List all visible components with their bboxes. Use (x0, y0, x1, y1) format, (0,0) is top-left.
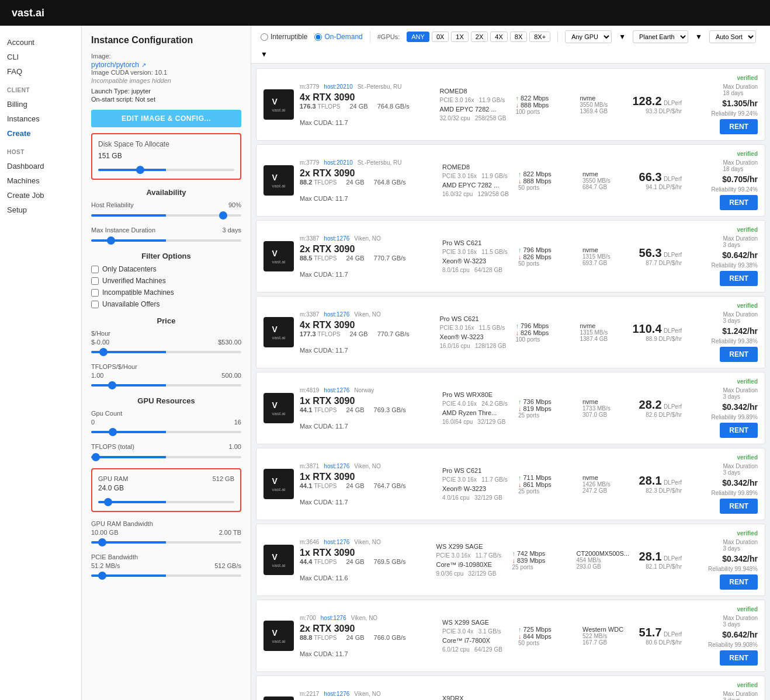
on-demand-radio[interactable] (314, 33, 322, 41)
sidebar-item-cli[interactable]: CLI (7, 50, 74, 64)
gpu-ram-slider[interactable] (98, 501, 234, 503)
dollar-hour-slider[interactable] (91, 351, 241, 353)
filter-only-datacenters: Only Datacenters (91, 265, 241, 273)
edit-image-config-button[interactable]: EDIT IMAGE & CONFIG... (91, 110, 241, 127)
gpu-count-filter-label: #GPUs: (377, 33, 400, 40)
rent-button[interactable]: RENT (720, 119, 758, 134)
instance-price: $0.342/hr (722, 478, 758, 487)
logo-sub: vast.ai (272, 183, 285, 189)
sidebar-item-setup[interactable]: Setup (7, 203, 74, 217)
instance-location: Viken, NO (354, 235, 380, 242)
filter-incompatible-label: Incompatible Machines (102, 288, 174, 297)
sidebar-item-create[interactable]: Create (7, 126, 74, 141)
instance-main: m:700 host:1276 Viken, NO 2x RTX 3090 88… (300, 615, 436, 657)
sort-select[interactable]: Auto Sort (709, 30, 756, 43)
rent-button[interactable]: RENT (720, 195, 758, 210)
max-duration-slider[interactable] (91, 239, 241, 242)
instance-host[interactable]: host:1276 (324, 235, 349, 242)
sidebar-item-account[interactable]: Account (7, 35, 74, 50)
cuda-spec: Max CUDA: 11.7 (300, 271, 348, 278)
rent-button[interactable]: RENT (720, 499, 758, 514)
sidebar-item-dashboard[interactable]: Dashboard (7, 159, 74, 173)
tflops-hour-min: 1.00 (91, 372, 103, 379)
logo: vast.ai (12, 7, 44, 19)
gpu-count-btn-ANY[interactable]: ANY (407, 32, 429, 42)
instance-price: $0.642/hr (722, 250, 758, 260)
interruptible-label[interactable]: Interruptible (261, 33, 307, 41)
image-value[interactable]: pytorch/pytorch ↗ (91, 61, 241, 69)
on-demand-label[interactable]: On-Demand (314, 33, 362, 41)
gpu-count-btn-8X[interactable]: 8X (510, 32, 527, 42)
instance-host[interactable]: host:1276 (324, 463, 349, 469)
max-duration: Max Duration3 days (723, 387, 758, 400)
logo-v: V (272, 97, 285, 106)
filter-incompatible-checkbox[interactable] (91, 289, 99, 297)
sidebar-item-faq[interactable]: FAQ (7, 64, 74, 79)
filter-unavailable-checkbox[interactable] (91, 301, 99, 308)
storage-type: nvme (580, 322, 626, 329)
gpu-count-btn-1X[interactable]: 1X (451, 32, 468, 42)
filter-only-datacenters-checkbox[interactable] (91, 266, 99, 273)
rent-button[interactable]: RENT (720, 650, 758, 666)
tflops-hour-slider[interactable] (91, 384, 241, 386)
instance-network: ↑742 Mbps ↓839 Mbps 25 ports (512, 550, 571, 570)
bandwidth-spec: 764.8 GB/s (374, 179, 406, 186)
gpu-count-btn-0X[interactable]: 0X (432, 32, 449, 42)
rent-button[interactable]: RENT (720, 271, 758, 286)
instance-host[interactable]: host:1276 (324, 691, 349, 697)
location-chevron: ▼ (695, 33, 702, 41)
dlperf-per: 82.1 DLP/$/hr (635, 563, 682, 570)
interruptible-radio[interactable] (261, 33, 268, 41)
disk-space-label: Disk Space To Allocate (98, 140, 234, 148)
gpu-ram-value: 24.0 GB (98, 484, 234, 492)
gpu-count-btn-4X[interactable]: 4X (490, 32, 507, 42)
ports: 50 ports (518, 184, 577, 191)
instance-main: m:3871 host:1276 Viken, NO 1x RTX 3090 4… (300, 463, 436, 506)
instance-right: verified Max Duration3 days $1.242/hr Re… (688, 302, 758, 362)
pcie-bandwidth-slider[interactable] (91, 574, 241, 577)
location-select[interactable]: Planet Earth (633, 30, 688, 43)
sidebar-item-create-job[interactable]: Create Job (7, 188, 74, 203)
rent-button[interactable]: RENT (720, 574, 758, 590)
gpu-count-slider[interactable] (91, 431, 241, 433)
instance-host[interactable]: host:20210 (324, 83, 353, 90)
sidebar-item-instances[interactable]: Instances (7, 112, 74, 126)
tflops-total-label: TFLOPS (total) (91, 443, 134, 450)
net-up: ↑742 Mbps (512, 550, 571, 557)
instance-host[interactable]: host:1276 (321, 615, 346, 621)
sidebar-item-billing[interactable]: Billing (7, 97, 74, 112)
instance-logo: V vast.ai (263, 393, 294, 423)
gpu-count-btn-2X[interactable]: 2X (471, 32, 488, 42)
gpu-count-min: 0 (91, 419, 95, 426)
gpu-ram-bandwidth-slider[interactable] (91, 541, 241, 544)
storage-type: Western WDC (582, 626, 629, 633)
instance-id: m:3387 (300, 235, 319, 242)
instance-host[interactable]: host:20210 (324, 159, 353, 166)
logo-v: V (272, 325, 285, 334)
rent-button[interactable]: RENT (720, 423, 758, 438)
rent-button[interactable]: RENT (720, 347, 758, 362)
machine-name: ROMED8 (439, 88, 509, 95)
disk-space-slider[interactable] (98, 169, 234, 171)
filter-unverified-checkbox[interactable] (91, 277, 99, 285)
instance-storage: nvme 1315 MB/s 1387.4 GB (580, 322, 626, 342)
cuda-spec: Max CUDA: 11.7 (300, 195, 348, 202)
net-up: ↑711 Mbps (518, 474, 577, 481)
gpu-type-select[interactable]: Any GPU (565, 30, 612, 43)
logo-v: V (272, 173, 285, 182)
instance-id: m:3779 (300, 159, 319, 166)
instance-location: Viken, NO (351, 615, 377, 621)
gpu-count-btn-8X+[interactable]: 8X+ (529, 32, 550, 42)
instance-name: 2x RTX 3090 (300, 624, 436, 634)
filter-incompatible: Incompatible Machines (91, 288, 241, 297)
host-reliability-slider[interactable] (91, 214, 241, 217)
sidebar-item-machines[interactable]: Machines (7, 173, 74, 188)
instance-host[interactable]: host:1276 (324, 311, 349, 318)
tflops-total-slider[interactable] (91, 456, 241, 458)
dlperf-value: 28.2 (639, 398, 662, 411)
logo-sub: vast.ai (272, 563, 285, 568)
sort-chevron: ▼ (261, 50, 268, 58)
instance-host[interactable]: host:1276 (324, 387, 349, 393)
instance-host[interactable]: host:1276 (324, 539, 349, 545)
instance-location: St.-Petersbu, RU (358, 159, 402, 166)
